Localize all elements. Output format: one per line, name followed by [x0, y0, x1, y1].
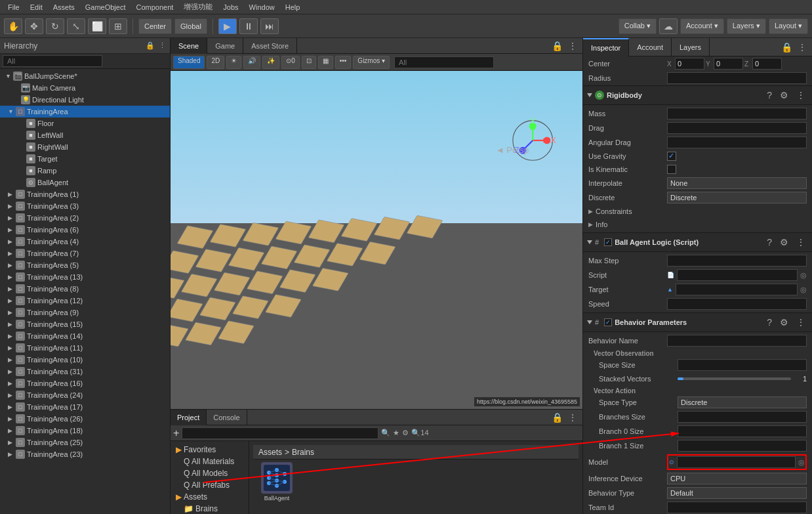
step-button[interactable]: ⏭	[260, 18, 279, 34]
asset-ballagent[interactable]: BallAgent	[256, 462, 298, 502]
hierarchy-item-ta9[interactable]: ▶ □ TrainingArea (9)	[0, 307, 170, 318]
hierarchy-item-ta2[interactable]: ▶ □ TrainingArea (2)	[0, 212, 170, 224]
hierarchy-item-ta23[interactable]: ▶ □ TrainingArea (23)	[0, 448, 170, 460]
favorite-icon[interactable]: ★	[393, 429, 399, 437]
hierarchy-lock-icon[interactable]: 🔒	[146, 41, 155, 50]
hierarchy-item-ta18[interactable]: ▶ □ TrainingArea (18)	[0, 425, 170, 437]
sidebar-brains[interactable]: 📁 Brains	[173, 503, 246, 514]
radius-input[interactable]: 0.5	[667, 72, 807, 84]
tab-layers[interactable]: Layers	[672, 38, 710, 56]
menu-enhanced[interactable]: 增强功能	[178, 2, 218, 12]
tab-inspector[interactable]: Inspector	[583, 38, 629, 56]
search-icon[interactable]: 🔍	[381, 429, 390, 437]
use-gravity-checkbox[interactable]	[667, 152, 676, 161]
hierarchy-item-rightwall[interactable]: ■ RightWall	[0, 141, 170, 153]
inspector-lock-icon[interactable]: 🔒	[779, 41, 795, 54]
add-button[interactable]: +	[173, 427, 179, 439]
bp-settings-icon[interactable]: ⚙	[777, 316, 791, 329]
target-input[interactable]: Target (Transform)	[676, 284, 798, 295]
branch-1-size-input[interactable]: 3	[678, 440, 807, 452]
script-input[interactable]: BallAgentLogic	[677, 269, 798, 281]
center-z-input[interactable]	[752, 58, 782, 70]
sidebar-favorites[interactable]: ▶ Favorites	[173, 444, 246, 456]
shading-dropdown[interactable]: Shaded	[173, 56, 205, 69]
center-y-input[interactable]	[714, 58, 743, 70]
layout-button[interactable]: Layout ▾	[769, 18, 808, 34]
hierarchy-item-directionallight[interactable]: 💡 Directional Light	[0, 94, 170, 106]
hierarchy-item-maincamera[interactable]: 📷 Main Camera	[0, 82, 170, 94]
branches-size-input[interactable]: 2	[678, 411, 807, 423]
transform-tool[interactable]: ⊞	[109, 18, 127, 34]
tab-game[interactable]: Game	[207, 38, 243, 54]
tab-project[interactable]: Project	[171, 410, 207, 425]
angular-drag-input[interactable]: 0.05	[667, 137, 807, 148]
menu-assets[interactable]: Assets	[48, 3, 80, 11]
sidebar-assets[interactable]: ▶ Assets	[173, 491, 246, 503]
hierarchy-item-floor[interactable]: ■ Floor	[0, 118, 170, 129]
rigidbody-settings-icon[interactable]: ⚙	[777, 89, 791, 102]
hierarchy-item-ta6[interactable]: ▶ □ TrainingArea (6)	[0, 224, 170, 236]
hierarchy-item-balljumpscene[interactable]: ▼ 🎬 BallJumpScene*	[0, 70, 170, 82]
global-button[interactable]: Global	[174, 18, 207, 34]
panel-lock-icon[interactable]: 🔒	[549, 411, 565, 424]
menu-edit[interactable]: Edit	[25, 3, 48, 11]
hierarchy-item-ta11[interactable]: ▶ □ TrainingArea (11)	[0, 342, 170, 354]
interpolate-select[interactable]: None	[667, 177, 807, 189]
stacked-vectors-slider[interactable]: 1	[678, 375, 807, 383]
script-select-icon[interactable]: ◎	[800, 271, 807, 280]
bp-enable-check[interactable]: ✓	[604, 318, 612, 326]
bp-help-icon[interactable]: ?	[764, 316, 775, 329]
scene-search-input[interactable]	[394, 56, 494, 68]
account-button[interactable]: Account ▾	[680, 18, 724, 34]
max-step-input[interactable]: 0	[667, 255, 807, 267]
menu-jobs[interactable]: Jobs	[218, 3, 243, 11]
hierarchy-item-ballagent[interactable]: ⊙ BallAgent	[0, 177, 170, 188]
tab-asset-store[interactable]: Asset Store	[243, 38, 297, 54]
hierarchy-item-ta1[interactable]: ▶ □ TrainingArea (1)	[0, 188, 170, 200]
hierarchy-item-ta17[interactable]: ▶ □ TrainingArea (17)	[0, 401, 170, 413]
branch-0-size-input[interactable]: 2	[678, 425, 807, 437]
rigidbody-menu-icon[interactable]: ⋮	[794, 89, 808, 102]
hierarchy-item-ta24[interactable]: ▶ □ TrainingArea (24)	[0, 389, 170, 401]
hierarchy-item-ta15[interactable]: ▶ □ TrainingArea (15)	[0, 318, 170, 330]
tab-scene[interactable]: Scene	[171, 38, 207, 54]
rotate-tool[interactable]: ↻	[46, 18, 64, 34]
sidebar-all-materials[interactable]: Q All Materials	[173, 456, 246, 467]
team-id-input[interactable]: 0	[667, 502, 807, 513]
hierarchy-item-ta25[interactable]: ▶ □ TrainingArea (25)	[0, 437, 170, 448]
hierarchy-item-ta7[interactable]: ▶ □ TrainingArea (7)	[0, 247, 170, 259]
project-search-input[interactable]	[182, 427, 378, 439]
hierarchy-item-ta14[interactable]: ▶ □ TrainingArea (14)	[0, 330, 170, 342]
behavior-name-input[interactable]: BallAgent	[667, 335, 807, 347]
audio-icon[interactable]: 🔊	[243, 56, 260, 69]
hierarchy-item-ta26[interactable]: ▶ □ TrainingArea (26)	[0, 413, 170, 425]
inspector-menu-icon[interactable]: ⋮	[795, 41, 809, 54]
scene-viewport[interactable]: X Y Z ◄ Persp https://blog.csdn.net/weix…	[171, 71, 582, 409]
space-type-select[interactable]: Discrete	[678, 396, 807, 408]
panel-menu-icon[interactable]: ⋮	[565, 411, 580, 424]
center-x-input[interactable]	[675, 58, 704, 70]
hierarchy-item-ta31[interactable]: ▶ □ TrainingArea (31)	[0, 366, 170, 377]
lighting-icon[interactable]: ☀	[226, 56, 241, 69]
tab-account[interactable]: Account	[629, 38, 672, 56]
breadcrumb-assets[interactable]: Assets	[258, 448, 282, 457]
menu-window[interactable]: Window	[244, 3, 280, 11]
hierarchy-menu-icon[interactable]: ⋮	[159, 41, 166, 50]
hierarchy-item-ta8[interactable]: ▶ □ TrainingArea (8)	[0, 283, 170, 295]
cloud-button[interactable]: ☁	[659, 18, 678, 34]
hierarchy-item-ramp[interactable]: ■ Ramp	[0, 165, 170, 177]
hidden-icon[interactable]: ⊡	[302, 56, 316, 69]
sidebar-all-models[interactable]: Q All Models	[173, 467, 246, 479]
breadcrumb-brains[interactable]: Brains	[292, 448, 314, 457]
rigidbody-help-icon[interactable]: ?	[764, 89, 775, 102]
behavior-type-select[interactable]: Default	[667, 487, 807, 499]
drag-input[interactable]: 0	[667, 122, 807, 134]
model-select-icon[interactable]: ◎	[798, 458, 805, 467]
ball-agent-logic-header[interactable]: # ✓ Ball Agent Logic (Script) ? ⚙ ⋮	[583, 233, 812, 252]
layers-button[interactable]: Layers ▾	[727, 18, 766, 34]
settings-icon[interactable]: ⚙	[402, 429, 409, 437]
hierarchy-item-ta4[interactable]: ▶ □ TrainingArea (4)	[0, 236, 170, 247]
collab-button[interactable]: Collab ▾	[619, 18, 657, 34]
move-tool[interactable]: ✥	[25, 18, 43, 34]
behavior-parameters-header[interactable]: # ✓ Behavior Parameters ? ⚙ ⋮	[583, 313, 812, 332]
